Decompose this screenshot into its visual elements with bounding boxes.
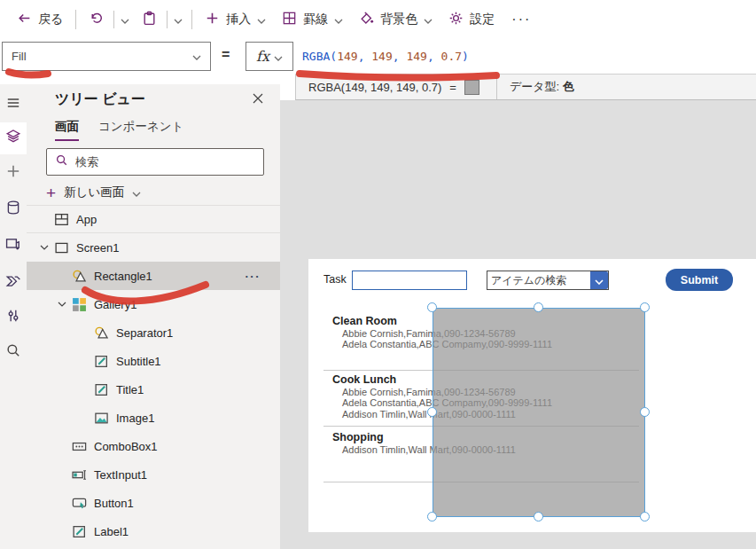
insert-button[interactable]: 挿入: [197, 5, 274, 34]
tree-item-gallery1[interactable]: Gallery1: [27, 290, 280, 318]
color-swatch: [464, 80, 479, 95]
resize-handle[interactable]: [427, 512, 437, 522]
formula-bar: Fill = fx RGBA(149, 149, 149, 0.7): [0, 39, 756, 75]
tree-item-label: Button1: [94, 497, 134, 510]
back-button[interactable]: 戻る: [9, 5, 71, 34]
items-combobox[interactable]: アイテムの検索: [487, 271, 609, 290]
rail-item-power-automate[interactable]: [0, 266, 27, 298]
item-more-options-button[interactable]: ···: [246, 270, 261, 283]
resize-handle[interactable]: [427, 407, 437, 417]
app-canvas[interactable]: Task アイテムの検索 Submit Clean RoomAbbie Corn…: [308, 259, 756, 532]
tree-item-subtitle1[interactable]: Subtitle1: [27, 347, 280, 375]
combobox-placeholder: アイテムの検索: [487, 271, 590, 289]
chevron-down-icon: [121, 12, 129, 27]
tree-item-label: Separator1: [116, 326, 173, 340]
tree-rows: AppScreen1Rectangle1···Gallery1Separator…: [27, 205, 280, 545]
settings-button[interactable]: 設定: [440, 5, 503, 34]
formula-token: ): [462, 50, 469, 63]
selected-rectangle[interactable]: [433, 308, 645, 517]
tree-item-label: Rectangle1: [94, 270, 152, 283]
property-selector[interactable]: Fill: [2, 42, 211, 71]
toolbar-divider: [113, 11, 114, 28]
tree-item-label1[interactable]: Label1: [27, 517, 280, 545]
tab-screens[interactable]: 画面: [55, 119, 79, 141]
tree-item-label: ComboBox1: [94, 440, 158, 453]
grid-icon: [282, 11, 297, 28]
tree-item-rectangle1[interactable]: Rectangle1···: [27, 262, 280, 290]
new-screen-button[interactable]: + 新しい画面: [46, 181, 141, 204]
tree-item-button1[interactable]: Button1: [27, 489, 280, 517]
gallery-icon: [71, 296, 87, 312]
settings-label: 設定: [470, 12, 495, 27]
tree-item-separator1[interactable]: Separator1: [27, 318, 280, 347]
chevron-down-icon: [274, 49, 283, 65]
tree-item-screen1[interactable]: Screen1: [27, 233, 280, 262]
panel-title: ツリー ビュー: [55, 90, 145, 109]
chevron-down-icon: [257, 12, 266, 27]
task-text-input[interactable]: [352, 271, 467, 290]
tree-item-app[interactable]: App: [27, 205, 280, 233]
formula-text: RGBA(149, 149, 149, 0.7): [302, 50, 469, 63]
shape-icon: [71, 268, 87, 284]
rail-item-insert[interactable]: [0, 157, 27, 189]
paste-button[interactable]: [134, 5, 165, 34]
paste-menu-button[interactable]: [169, 5, 187, 34]
fx-selector[interactable]: fx: [246, 42, 293, 71]
toolbar-divider: [167, 11, 168, 28]
undo-menu-button[interactable]: [116, 5, 134, 34]
tree-item-textinput1[interactable]: TextInput1: [27, 460, 280, 489]
resize-handle[interactable]: [427, 302, 437, 312]
tree-item-label: Image1: [116, 412, 154, 425]
expand-chevron-icon[interactable]: [35, 245, 53, 250]
formula-token: RGBA(: [302, 50, 337, 63]
rail-item-data[interactable]: [0, 193, 27, 225]
rail-item-tree-view[interactable]: [0, 122, 27, 154]
close-panel-button[interactable]: [250, 92, 266, 108]
rail-item-search[interactable]: [0, 336, 27, 368]
image-icon: [93, 410, 109, 426]
formula-input[interactable]: RGBA(149, 149, 149, 0.7): [295, 39, 756, 75]
shape-icon: [93, 325, 109, 341]
tree-item-label: Subtitle1: [116, 355, 161, 368]
rail-item-media[interactable]: [0, 230, 27, 262]
tree-item-combobox1[interactable]: ComboBox1: [27, 432, 280, 460]
toolbar-divider: [75, 10, 76, 29]
combobox-icon: [71, 438, 87, 454]
borders-button[interactable]: 罫線: [274, 5, 351, 34]
tree-item-label: Label1: [94, 525, 129, 538]
datatype-label: データ型:: [510, 80, 559, 93]
design-surface: Task アイテムの検索 Submit Clean RoomAbbie Corn…: [280, 100, 756, 549]
resize-handle[interactable]: [640, 302, 650, 312]
background-color-button[interactable]: 背景色: [351, 5, 440, 34]
tree-view-panel: ツリー ビュー 画面 コンポーネント + 新しい画面 AppScreen1Rec…: [27, 84, 280, 549]
submit-button[interactable]: Submit: [666, 269, 733, 291]
formula-token: 149: [371, 50, 392, 63]
paint-bucket-icon: [359, 11, 374, 28]
new-screen-label: 新しい画面: [64, 184, 124, 200]
back-label: 戻る: [38, 12, 63, 27]
tab-components[interactable]: コンポーネント: [98, 119, 183, 141]
tree-view-icon: [5, 129, 21, 148]
rail-item-variables[interactable]: [0, 302, 27, 333]
borders-label: 罫線: [303, 12, 328, 27]
result-equals: =: [449, 81, 456, 94]
undo-button[interactable]: [81, 5, 112, 34]
search-input[interactable]: [75, 155, 255, 169]
resize-handle[interactable]: [640, 407, 650, 417]
more-commands-button[interactable]: ···: [503, 12, 540, 27]
panel-tabs: 画面 コンポーネント: [55, 119, 183, 141]
expand-chevron-icon[interactable]: [53, 302, 71, 307]
tree-item-title1[interactable]: Title1: [27, 375, 280, 404]
datatype-text: データ型: 色: [510, 79, 574, 95]
power-automate-icon: [5, 272, 21, 292]
tree-item-image1[interactable]: Image1: [27, 404, 280, 432]
formula-token: 149: [337, 50, 357, 63]
formula-token: 149: [406, 50, 426, 63]
resize-handle[interactable]: [640, 512, 650, 522]
result-divider: [496, 75, 497, 99]
combobox-dropdown-button[interactable]: [590, 271, 608, 289]
resize-handle[interactable]: [534, 512, 543, 522]
rail-item-hamburger[interactable]: [0, 89, 27, 121]
media-icon: [5, 236, 21, 255]
resize-handle[interactable]: [534, 302, 543, 312]
